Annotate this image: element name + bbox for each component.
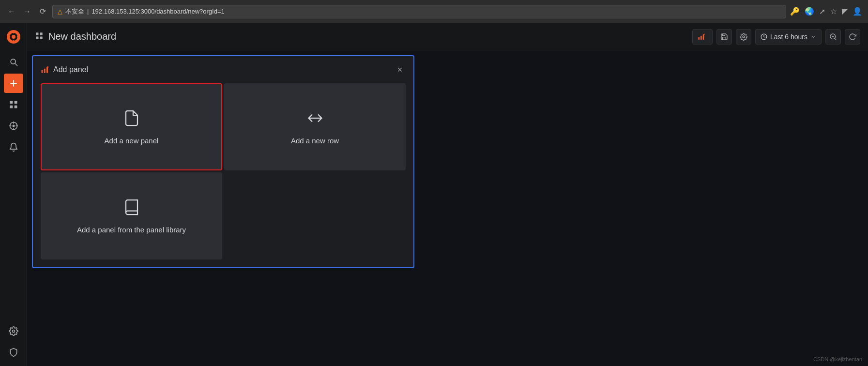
top-bar: New dashboard xyxy=(27,23,868,50)
browser-actions: 🔑 🌏 ➚ ☆ ◤ 👤 xyxy=(790,7,862,16)
add-new-row-option[interactable]: Add a new row xyxy=(224,83,406,170)
dashboard-area: Add panel × Add a new panel xyxy=(27,50,868,366)
security-warning-text: 不安全 xyxy=(65,7,84,16)
save-button[interactable] xyxy=(716,29,732,45)
sidebar-item-explore[interactable] xyxy=(4,116,23,136)
svg-rect-26 xyxy=(42,70,43,73)
svg-rect-8 xyxy=(14,101,17,104)
tab-icon[interactable]: ◤ xyxy=(842,7,848,16)
grafana-logo[interactable] xyxy=(4,27,23,46)
svg-point-21 xyxy=(743,36,745,38)
dashboard-title: New dashboard xyxy=(48,31,116,42)
profile-icon[interactable]: 👤 xyxy=(853,7,862,16)
svg-rect-20 xyxy=(703,34,704,40)
modal-title: Add panel xyxy=(41,65,88,74)
modal-close-button[interactable]: × xyxy=(394,64,406,76)
svg-rect-17 xyxy=(40,36,43,39)
url-text: 192.168.153.125:3000/dashboard/new?orgId… xyxy=(91,8,224,15)
main-content: New dashboard xyxy=(27,23,868,366)
watermark-text: CSDN @kejizhentan xyxy=(813,356,862,362)
sidebar-item-search[interactable] xyxy=(4,52,23,72)
new-row-label: Add a new row xyxy=(291,137,339,145)
security-warning-icon: △ xyxy=(58,8,62,15)
forward-button[interactable]: → xyxy=(21,6,33,17)
svg-rect-16 xyxy=(36,36,38,39)
key-icon[interactable]: 🔑 xyxy=(790,7,800,16)
svg-rect-18 xyxy=(698,37,700,39)
svg-point-12 xyxy=(12,125,15,127)
watermark: CSDN @kejizhentan xyxy=(813,356,862,362)
sidebar xyxy=(0,23,27,366)
dashboard-grid-icon xyxy=(35,31,44,42)
add-panel-modal: Add panel × Add a new panel xyxy=(32,55,414,268)
settings-button[interactable] xyxy=(736,29,751,45)
svg-rect-7 xyxy=(10,101,13,104)
svg-rect-6 xyxy=(17,36,19,37)
add-new-panel-option[interactable]: Add a new panel xyxy=(41,83,222,170)
new-panel-icon xyxy=(123,109,140,131)
new-row-icon xyxy=(306,109,324,131)
library-panel-icon xyxy=(123,198,140,220)
svg-rect-4 xyxy=(13,40,14,43)
address-bar[interactable]: △ 不安全 | 192.168.153.125:3000/dashboard/n… xyxy=(52,5,786,18)
share-icon[interactable]: ➚ xyxy=(819,7,825,16)
svg-rect-3 xyxy=(13,31,14,33)
sidebar-item-alerting[interactable] xyxy=(4,137,23,157)
sidebar-item-configuration[interactable] xyxy=(4,321,23,341)
app-layout: New dashboard xyxy=(0,23,868,366)
svg-rect-15 xyxy=(40,32,43,35)
time-range-label: Last 6 hours xyxy=(770,33,807,41)
sidebar-item-server-admin[interactable] xyxy=(4,343,23,362)
modal-header: Add panel × xyxy=(41,64,406,76)
separator: | xyxy=(87,8,89,15)
browser-chrome: ← → ⟳ △ 不安全 | 192.168.153.125:3000/dashb… xyxy=(0,0,868,23)
modal-title-text: Add panel xyxy=(53,65,88,74)
svg-rect-5 xyxy=(8,36,10,37)
svg-rect-27 xyxy=(44,69,46,73)
svg-rect-10 xyxy=(14,106,17,108)
svg-point-13 xyxy=(12,330,15,333)
add-panel-button[interactable] xyxy=(692,29,713,45)
back-button[interactable]: ← xyxy=(6,6,17,17)
zoom-out-button[interactable] xyxy=(825,29,841,45)
sidebar-item-dashboards[interactable] xyxy=(4,95,23,114)
empty-grid-cell xyxy=(224,172,406,259)
bookmark-icon[interactable]: ☆ xyxy=(830,7,837,16)
panel-options-grid: Add a new panel Add a new row xyxy=(41,83,406,259)
translate-icon[interactable]: 🌏 xyxy=(805,7,814,16)
top-bar-right: Last 6 hours xyxy=(692,29,860,45)
time-range-picker[interactable]: Last 6 hours xyxy=(755,29,822,45)
svg-rect-14 xyxy=(36,32,38,35)
library-panel-label: Add a panel from the panel library xyxy=(77,226,186,234)
svg-line-24 xyxy=(835,38,836,40)
top-bar-left: New dashboard xyxy=(35,31,686,42)
reload-button[interactable]: ⟳ xyxy=(37,6,48,17)
refresh-button[interactable] xyxy=(845,29,860,45)
sidebar-item-create[interactable] xyxy=(4,74,23,93)
svg-point-2 xyxy=(12,35,15,39)
svg-rect-9 xyxy=(10,106,13,108)
add-library-panel-option[interactable]: Add a panel from the panel library xyxy=(41,172,222,259)
svg-rect-19 xyxy=(700,36,702,40)
new-panel-label: Add a new panel xyxy=(105,137,159,145)
